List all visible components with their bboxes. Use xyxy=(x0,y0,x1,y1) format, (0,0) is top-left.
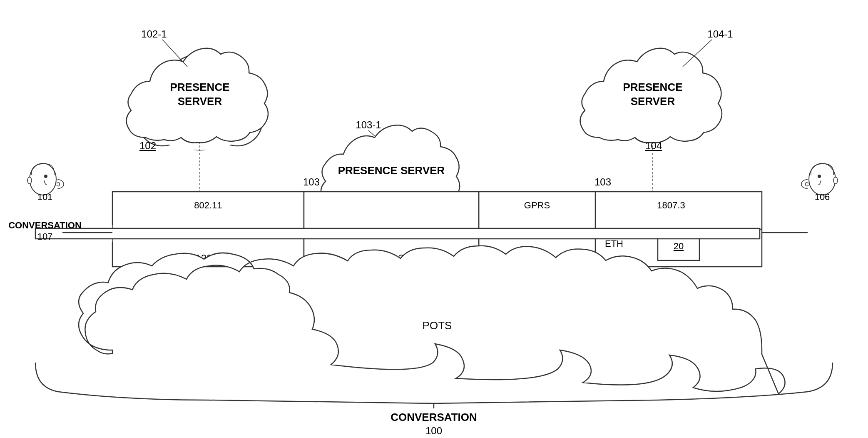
svg-point-9 xyxy=(27,177,32,184)
label-conversation-107-id: 107 xyxy=(37,231,53,242)
label-104: 104 xyxy=(645,140,662,151)
label-20: 20 xyxy=(674,241,684,251)
label-person-left-id: 101 xyxy=(37,192,53,202)
label-person-right-id: 106 xyxy=(815,192,830,202)
label-103-right: 103 xyxy=(594,176,611,188)
label-gprs: GPRS xyxy=(524,200,550,210)
label-104-1: 104-1 xyxy=(707,28,733,40)
svg-point-11 xyxy=(809,163,836,195)
svg-point-13 xyxy=(818,175,821,178)
label-conversation-107-text: CONVERSATION xyxy=(8,220,82,230)
left-cloud-title-line1: PRESENCE xyxy=(170,81,229,93)
label-802-11: 802.11 xyxy=(194,200,222,210)
svg-point-8 xyxy=(30,163,56,195)
right-cloud-title-line2: SERVER xyxy=(631,95,675,108)
left-cloud-title-line2: SERVER xyxy=(178,95,222,108)
label-1807-3: 1807.3 xyxy=(657,200,685,210)
middle-cloud-text: PRESENCE SERVER xyxy=(338,164,445,177)
label-pots: POTS xyxy=(423,319,452,332)
diagram-container: PRESENCE SERVER 102-1 102 PRESENCE SERVE… xyxy=(0,0,868,438)
svg-point-12 xyxy=(833,177,838,184)
label-conversation-100-text: CONVERSATION xyxy=(390,411,477,423)
svg-point-10 xyxy=(44,175,47,178)
label-eth: ETH xyxy=(605,238,623,249)
conversation-bar xyxy=(35,228,760,239)
label-103-1: 103-1 xyxy=(356,119,381,130)
label-103-middle-top: 103 xyxy=(303,176,320,188)
right-cloud-title-line1: PRESENCE xyxy=(623,81,682,93)
label-conversation-100-id: 100 xyxy=(425,425,442,436)
label-102: 102 xyxy=(139,140,156,151)
label-102-1: 102-1 xyxy=(141,28,167,40)
